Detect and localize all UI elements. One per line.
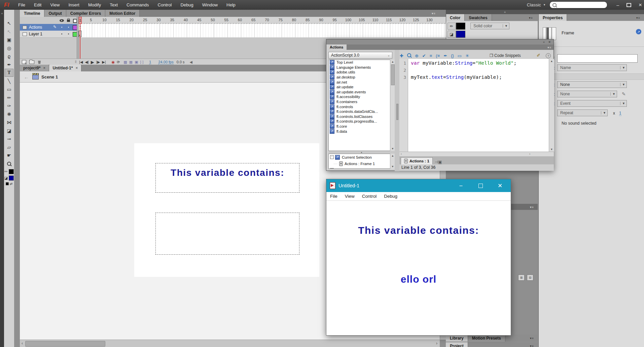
navigator-scrollbar[interactable]: ▲ ▼ [390, 154, 395, 169]
frame-name-input[interactable] [557, 54, 638, 63]
tab-actions[interactable]: Actions [326, 44, 347, 50]
script-assist-icon[interactable]: ✐ [537, 53, 540, 58]
actionscript-icon[interactable]: ↗ [636, 29, 641, 34]
lasso-tool[interactable]: ϱ [5, 52, 13, 60]
package-item[interactable]: ↗air.update [329, 85, 394, 90]
scroll-right-arrow-icon[interactable]: › [436, 341, 437, 346]
collapse-between-braces-icon[interactable]: {} [451, 53, 454, 58]
edit-sound-envelope-icon[interactable]: ✎ [622, 91, 626, 97]
repeat-count-value[interactable]: 1 [619, 111, 621, 116]
collapse-to-icons-button[interactable]: » [504, 10, 506, 14]
close-tab-icon[interactable]: × [43, 66, 45, 70]
grip-icon[interactable]: ⫴ [75, 60, 76, 64]
list-tree-splitter[interactable]: ▲ [328, 151, 395, 154]
new-layer-button[interactable] [22, 60, 26, 64]
tree-item-actions-frame[interactable]: ···· Actions : Frame 1 [329, 160, 394, 167]
default-colors-icon[interactable] [6, 182, 9, 185]
player-titlebar[interactable]: Untitled-1 – ✕ [326, 179, 511, 192]
swap-colors-icon[interactable]: ⇄ [10, 182, 12, 186]
package-item[interactable]: ↗air.update.events [329, 90, 394, 95]
scroll-up-icon[interactable]: ▲ [390, 60, 395, 63]
menu-debug[interactable]: Debug [176, 2, 198, 7]
collapse-icon[interactable]: « [543, 40, 545, 44]
selection-tool[interactable]: ↖ [5, 19, 13, 27]
package-item[interactable]: ↗air.net [329, 80, 394, 85]
color-type-dropdown[interactable]: Solid color ▼ [470, 23, 509, 29]
menu-file[interactable]: File [14, 2, 30, 7]
package-item[interactable]: ↗fl.core [329, 124, 394, 129]
player-minimize-button[interactable]: – [456, 179, 466, 192]
rectangle-tool[interactable]: ▭ [5, 85, 13, 93]
menu-control[interactable]: Control [153, 2, 176, 7]
delete-layer-button[interactable] [38, 60, 41, 64]
playhead[interactable]: 1 [79, 17, 82, 24]
docked-panel-icon[interactable]: ⊟ [527, 275, 533, 281]
debug-options-icon[interactable]: ✒ [443, 53, 447, 58]
package-item[interactable]: ↗Language Elements [329, 65, 394, 70]
menu-insert[interactable]: Insert [64, 2, 84, 7]
scroll-down-icon[interactable]: ▼ [390, 165, 395, 168]
package-item[interactable]: ↗air.desktop [329, 75, 394, 80]
insert-target-path-icon[interactable]: ⊕ [415, 53, 419, 58]
package-item[interactable]: ↗Top Level [329, 60, 394, 65]
fill-color-icon[interactable]: ◪ [448, 31, 456, 38]
tab-library[interactable]: Library [446, 335, 468, 342]
zoom-tool[interactable] [5, 160, 13, 168]
pen-tool[interactable]: ✒ [5, 61, 13, 69]
menu-view[interactable]: View [46, 2, 64, 7]
tab-swatches[interactable]: Swatches [465, 14, 492, 21]
layer-visibility-dot[interactable]: • [61, 26, 62, 29]
toolbar-stroke-swatch[interactable] [9, 169, 14, 174]
timeline-ruler[interactable]: 5101520253035404550556065707580859095100… [79, 17, 446, 24]
project-panel-menu-icon[interactable]: ▾≡ [530, 344, 534, 347]
restore-button[interactable] [627, 3, 631, 7]
player-menu-view[interactable]: View [341, 194, 358, 199]
stroke-color-icon[interactable]: ✏ [448, 23, 456, 30]
sound-section-header[interactable]: D [539, 73, 644, 80]
back-arrow-icon[interactable]: ← [24, 74, 29, 80]
show-hide-layers-icon[interactable] [60, 19, 64, 22]
layer-row-layer-1[interactable]: Layer 1•• [20, 31, 77, 38]
scroll-down-icon[interactable]: ▼ [549, 148, 554, 151]
free-transform-tool[interactable]: ▣ [5, 36, 13, 44]
show-code-hint-icon[interactable]: (≡ [436, 53, 440, 58]
close-tab-icon[interactable]: × [75, 66, 78, 70]
help-icon[interactable]: ? [546, 53, 551, 58]
add-script-icon[interactable]: ✚ [400, 53, 403, 58]
check-syntax-icon[interactable]: ✔ [422, 53, 426, 58]
lock-layers-icon[interactable] [67, 20, 70, 22]
tab-motion-presets[interactable]: Motion Presets [468, 335, 505, 342]
menu-help[interactable]: Help [222, 2, 240, 7]
collapse-box-icon[interactable]: − [330, 168, 334, 169]
package-item[interactable]: ↗fl.containers [329, 99, 394, 104]
close-button[interactable]: × [639, 2, 642, 8]
3d-rotation-tool[interactable]: ◎ [5, 44, 13, 52]
color-panel-menu-icon[interactable]: ▾≡ [529, 16, 533, 20]
scroll-down-icon[interactable]: ▼ [390, 147, 395, 150]
package-item[interactable]: ↗fl.controls [329, 104, 394, 109]
layer-lock-dot[interactable]: • [68, 32, 69, 36]
eyedropper-tool[interactable]: ⊸ [5, 135, 13, 143]
stage-canvas[interactable]: This variable contains: [134, 143, 319, 277]
expand-all-icon[interactable]: ✳ [465, 53, 469, 58]
spray-brush-tool[interactable]: ❋ [5, 110, 13, 118]
scroll-left-icon[interactable]: ‹ [401, 152, 402, 156]
line-tool[interactable]: ╲ [5, 77, 13, 85]
sound-repeat-dropdown[interactable]: Repeat ▼ [557, 109, 608, 116]
layer-name[interactable]: Actions [29, 25, 50, 30]
bone-tool[interactable]: ⋈ [5, 118, 13, 126]
tab-motion-editor[interactable]: Motion Editor [105, 10, 140, 17]
tab-properties[interactable]: Properties [539, 14, 567, 21]
code-line[interactable]: myText.text=String(myVariable); [411, 74, 549, 81]
menu-window[interactable]: Window [198, 2, 222, 7]
find-icon[interactable] [407, 53, 411, 58]
package-item[interactable]: ↗fl.data [329, 129, 394, 134]
scroll-left-arrow-icon[interactable]: ‹ [22, 341, 23, 346]
text-tool[interactable]: T [5, 69, 13, 77]
auto-format-icon[interactable]: ≡ [430, 53, 432, 58]
sound-sync-dropdown[interactable]: Event ▼ [557, 100, 627, 107]
tab-project[interactable]: Project [446, 342, 468, 347]
code-snippets-button[interactable]: ❐ Code Snippets [490, 53, 521, 58]
layer-name[interactable]: Layer 1 [29, 32, 50, 36]
code-line[interactable] [411, 67, 549, 74]
